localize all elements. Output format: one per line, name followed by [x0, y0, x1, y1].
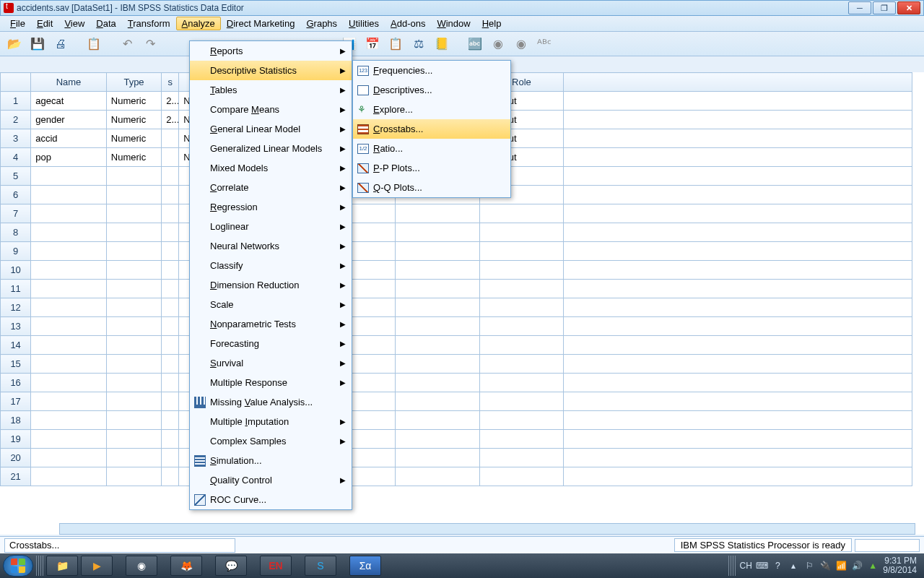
cell-name[interactable]: pop — [31, 148, 107, 167]
menu-item-loglinear[interactable]: Loglinear▶ — [190, 217, 352, 236]
menu-item-missing-value-analysis[interactable]: Missing Value Analysis... — [190, 392, 352, 412]
split-icon[interactable]: ⚖ — [409, 34, 429, 54]
menu-item-complex-samples[interactable]: Complex Samples▶ — [190, 431, 352, 451]
menu-add-ons[interactable]: Add-ons — [385, 17, 431, 30]
maximize-button[interactable]: ❐ — [873, 1, 896, 14]
menu-item-descriptive-statistics[interactable]: Descriptive Statistics▶ — [190, 61, 352, 80]
table-row[interactable]: 16 — [1, 374, 912, 392]
cell-name[interactable]: gender — [31, 111, 107, 129]
cell-type[interactable]: Numeric — [106, 111, 161, 129]
menu-item-correlate[interactable]: Correlate▶ — [190, 178, 352, 197]
menu-item-quality-control[interactable]: Quality Control▶ — [190, 470, 352, 490]
find-icon[interactable]: 📋 — [385, 34, 406, 54]
open-icon[interactable]: 📂 — [4, 34, 25, 54]
help-tray-icon[interactable]: ? — [772, 560, 783, 571]
network-icon[interactable]: 📶 — [835, 560, 847, 571]
menu-data[interactable]: Data — [90, 17, 121, 30]
table-row[interactable]: 12 — [1, 298, 912, 317]
row-number[interactable]: 14 — [1, 336, 31, 355]
menu-transform[interactable]: Transform — [122, 17, 176, 30]
variables-icon[interactable]: 📅 — [362, 34, 383, 54]
sets-icon[interactable]: ◉ — [488, 34, 508, 54]
row-number[interactable]: 5 — [1, 167, 31, 186]
menu-window[interactable]: Window — [431, 17, 476, 30]
menu-item-dimension-reduction[interactable]: Dimension Reduction▶ — [190, 275, 352, 295]
row-number[interactable]: 13 — [1, 317, 31, 336]
row-number[interactable]: 3 — [1, 129, 31, 148]
menu-item-multiple-response[interactable]: Multiple Response▶ — [190, 373, 352, 392]
table-row[interactable]: 18 — [1, 411, 912, 430]
firefox-taskbar-icon[interactable]: 🦊 — [170, 556, 202, 576]
row-number[interactable]: 6 — [1, 186, 31, 204]
cell-type[interactable]: Numeric — [106, 148, 161, 167]
table-row[interactable]: 8 — [1, 223, 912, 242]
row-number[interactable]: 9 — [1, 242, 31, 261]
row-number[interactable]: 12 — [1, 298, 31, 317]
menu-direct-marketing[interactable]: Direct Marketing — [221, 17, 301, 30]
row-number[interactable]: 17 — [1, 392, 31, 411]
clock[interactable]: 9:31 PM 9/8/2014 — [883, 556, 917, 575]
table-row[interactable]: 11 — [1, 280, 912, 298]
col-header-row[interactable] — [1, 73, 31, 92]
spss-taskbar-icon[interactable]: Σα — [349, 556, 381, 576]
submenu-item-ratio[interactable]: 1/2Ratio... — [353, 139, 510, 158]
row-number[interactable]: 16 — [1, 374, 31, 392]
row-number[interactable]: 20 — [1, 449, 31, 467]
taskbar-grip[interactable] — [36, 556, 43, 576]
cell-values[interactable] — [162, 148, 179, 167]
skype-taskbar-icon[interactable]: S — [305, 556, 336, 576]
row-number[interactable]: 15 — [1, 355, 31, 374]
menu-item-forecasting[interactable]: Forecasting▶ — [190, 334, 352, 353]
cell-type[interactable]: Numeric — [106, 92, 161, 111]
submenu-item-crosstabs[interactable]: Crosstabs... — [353, 119, 510, 139]
menu-graphs[interactable]: Graphs — [300, 17, 343, 30]
table-row[interactable]: 19 — [1, 430, 912, 449]
table-row[interactable]: 7 — [1, 204, 912, 223]
table-row[interactable]: 14 — [1, 336, 912, 355]
submenu-item-frequencies[interactable]: 123Frequencies... — [353, 61, 510, 80]
menu-item-classify[interactable]: Classify▶ — [190, 256, 352, 275]
lang-indicator[interactable]: CH — [740, 560, 751, 571]
keyboard-icon[interactable]: ⌨ — [756, 560, 767, 571]
sets2-icon[interactable]: ◉ — [511, 34, 531, 54]
table-row[interactable]: 17 — [1, 392, 912, 411]
spell-icon[interactable]: ᴬᴮᶜ — [534, 34, 554, 54]
row-number[interactable]: 1 — [1, 92, 31, 111]
gtalk-taskbar-icon[interactable]: 💬 — [215, 556, 247, 576]
col-header-Type[interactable]: Type — [106, 73, 161, 92]
menu-item-nonparametric-tests[interactable]: Nonparametric Tests▶ — [190, 314, 352, 334]
row-number[interactable]: 7 — [1, 204, 31, 223]
chrome-taskbar-icon[interactable]: ◉ — [126, 556, 157, 576]
row-number[interactable]: 11 — [1, 280, 31, 298]
redo-icon[interactable]: ↷ — [140, 34, 160, 54]
menu-item-reports[interactable]: Reports▶ — [190, 41, 352, 61]
explorer-taskbar-icon[interactable]: 📁 — [46, 556, 78, 576]
menu-item-scale[interactable]: Scale▶ — [190, 295, 352, 314]
horizontal-scrollbar[interactable] — [59, 523, 915, 535]
table-row[interactable]: 20 — [1, 449, 912, 467]
en-taskbar-icon[interactable]: EN — [260, 556, 292, 576]
recall-icon[interactable]: 📋 — [84, 34, 104, 54]
status-command[interactable] — [4, 538, 235, 553]
tray-grip[interactable] — [728, 556, 736, 576]
menu-view[interactable]: View — [58, 17, 90, 30]
flag-icon[interactable]: ⚐ — [803, 560, 815, 571]
cell-values[interactable]: 2... — [162, 111, 179, 129]
row-number[interactable]: 18 — [1, 411, 31, 430]
cell-name[interactable]: agecat — [31, 92, 107, 111]
col-header-s[interactable]: s — [162, 73, 179, 92]
menu-utilities[interactable]: Utilities — [343, 17, 385, 30]
menu-item-tables[interactable]: Tables▶ — [190, 80, 352, 100]
submenu-item-p-p-plots[interactable]: P-P Plots... — [353, 158, 510, 178]
media-taskbar-icon[interactable]: ▶ — [81, 556, 113, 576]
minimize-button[interactable]: ─ — [848, 1, 871, 14]
submenu-item-explore[interactable]: ⚘Explore... — [353, 100, 510, 119]
undo-icon[interactable]: ↶ — [117, 34, 137, 54]
table-row[interactable]: 21 — [1, 467, 912, 486]
submenu-item-descriptives[interactable]: Descriptives... — [353, 80, 510, 100]
drive-icon[interactable]: ▲ — [867, 560, 879, 571]
row-number[interactable]: 10 — [1, 261, 31, 280]
col-header-Name[interactable]: Name — [31, 73, 107, 92]
cell-name[interactable]: accid — [31, 129, 107, 148]
menu-item-roc-curve[interactable]: ROC Curve... — [190, 490, 352, 509]
